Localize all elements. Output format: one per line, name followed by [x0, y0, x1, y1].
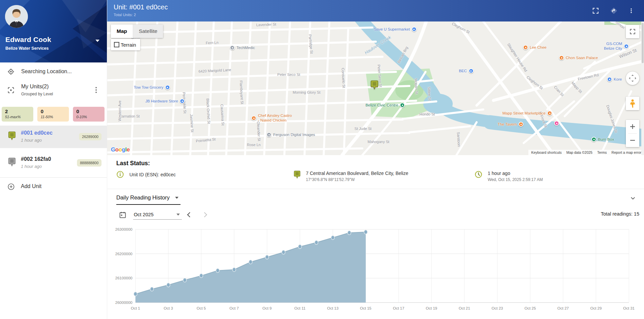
map-poi[interactable]: Mapp Street Marketplace [502, 111, 552, 116]
svg-text:Oct 1: Oct 1 [131, 306, 140, 310]
google-logo[interactable]: Google [111, 146, 130, 153]
map-street-label: Causarina St [220, 104, 225, 126]
map-poi-icon[interactable] [180, 99, 185, 104]
avatar-image [5, 5, 28, 28]
map-poi-icon[interactable] [559, 55, 564, 60]
last-status-section: Last Status: Unit ID (ESN): ed0cec 7 Cen… [107, 155, 644, 189]
status-item-esn: Unit ID (ESN): ed0cec [116, 171, 176, 180]
google-logo-letter: e [127, 146, 130, 153]
map-fullscreen-button[interactable] [626, 25, 639, 38]
map-poi[interactable]: Tow Tow Grocery [134, 85, 170, 90]
header-menu-button[interactable] [626, 5, 637, 16]
map-attribution-item[interactable]: Terms [597, 150, 607, 154]
map-street-label: Consuelo St [341, 68, 346, 88]
map-poi-icon[interactable] [607, 77, 612, 82]
add-unit-button[interactable]: Add Unit [0, 177, 107, 196]
google-logo-letter: g [122, 146, 125, 153]
map-attribution-item[interactable]: Keyboard shortcuts [531, 150, 561, 154]
app-header: Unit: #001 ed0cec Total Units: 2 [107, 0, 644, 21]
badge-range: 51-max% [5, 115, 33, 119]
search-location[interactable]: Searching Location... [0, 66, 107, 77]
units-menu-button[interactable] [92, 85, 100, 95]
profile-header[interactable]: Edward Cook Belize Water Services [0, 0, 107, 62]
map-street-label: Belcan Brg [397, 46, 409, 63]
svg-text:Oct 29: Oct 29 [590, 306, 602, 310]
map-street-label: Fern Ln [206, 40, 218, 45]
map-poi[interactable]: Belize Civic Centre [365, 103, 405, 108]
map-poi-icon[interactable] [400, 103, 405, 108]
map-street-label: Haulover Creek [364, 35, 392, 55]
map-poi-icon[interactable] [523, 45, 528, 50]
map-unit-marker[interactable] [370, 80, 378, 91]
fullscreen-button[interactable] [590, 5, 601, 16]
map-poi-icon[interactable] [230, 45, 235, 50]
map-poi-label: Tow Tow Grocery [134, 85, 163, 90]
map-street-label: Black Orchid St [206, 98, 211, 124]
collapse-section-button[interactable] [630, 195, 636, 202]
add-icon [7, 183, 15, 192]
map-poi[interactable]: Ferguson Digital Images [267, 132, 315, 137]
map-attribution-item[interactable]: Map data ©2025 [566, 150, 593, 154]
my-units-header[interactable]: My Units(2) Grouped by Level [0, 82, 107, 98]
unit-row-001[interactable]: #001 ed0cec 1 hour ago 26289000 [0, 126, 107, 148]
map-poi-icon[interactable] [519, 122, 524, 127]
map-type-map-button[interactable]: Map [111, 25, 133, 38]
avatar[interactable] [5, 5, 28, 28]
map-poi[interactable]: GS-COM Belize City [599, 42, 629, 51]
terrain-checkbox[interactable]: Terrain [111, 39, 140, 50]
map-poi[interactable]: Burn Box [591, 137, 614, 142]
map-poi-icon[interactable] [165, 85, 170, 90]
my-units-title: My Units(2) [21, 84, 53, 90]
map-scrollbar[interactable] [641, 21, 644, 155]
map-poi[interactable]: Kore [607, 77, 622, 82]
previous-month-button[interactable] [186, 211, 193, 218]
map-poi-icon[interactable] [547, 111, 552, 116]
map-poi-icon[interactable] [411, 27, 416, 32]
zoom-out-button[interactable] [626, 134, 639, 147]
map-poi[interactable]: Chef Ainsley Castro - Naked Chicken [251, 113, 292, 123]
map-canvas[interactable]: Lavender StCroton LnFern LnPartridge StH… [107, 21, 644, 155]
map-poi[interactable]: The Tavern [497, 122, 523, 127]
map-poi-icon[interactable] [251, 116, 256, 121]
map-zoom-control [626, 120, 639, 147]
svg-text:Oct 5: Oct 5 [197, 306, 206, 310]
unit-reading-badge: 888888800 [77, 159, 102, 167]
map-poi[interactable]: JB Hardware Store [145, 99, 185, 104]
google-logo-letter: G [111, 146, 115, 153]
map-poi[interactable]: BEC [459, 69, 474, 74]
unit-name[interactable]: #001 ed0cec [21, 130, 52, 136]
map-type-satellite-button[interactable]: Satellite [133, 25, 163, 38]
map-poi[interactable] [554, 121, 559, 126]
pin-icon [294, 171, 300, 182]
map-poi[interactable]: Chon Saan Palace [559, 55, 598, 60]
pegman-control[interactable] [626, 97, 639, 110]
status-item-time: 1 hour ago Wed, Oct 15, 2025 2:59:17 AM [475, 171, 543, 182]
main-panel: Unit: #001 ed0cec Total Units: 2 [107, 0, 644, 319]
map-poi-label: Burn Box [598, 137, 614, 142]
daily-reading-chart[interactable]: Oct 1Oct 3Oct 5Oct 7Oct 9Oct 11Oct 13Oct… [107, 224, 644, 319]
map-poi[interactable]: Lee Chee [523, 45, 547, 50]
map-poi-icon[interactable] [554, 121, 559, 126]
svg-text:Oct 19: Oct 19 [426, 306, 437, 310]
map-poi[interactable]: Save U Supermarket [374, 27, 417, 32]
month-select[interactable]: Oct 2025 [133, 211, 182, 220]
map-pan-control[interactable] [626, 72, 639, 85]
svg-text:26000000: 26000000 [115, 301, 132, 305]
map-poi[interactable]: TechMedic [230, 45, 255, 50]
unit-row-002[interactable]: #002 162fa0 1 hour ago 888888800 [0, 152, 107, 174]
map-poi-icon[interactable] [267, 132, 272, 137]
zoom-in-button[interactable] [626, 120, 639, 133]
next-month-button[interactable] [201, 211, 208, 218]
map-poi-icon[interactable] [591, 137, 596, 142]
profile-caret-icon[interactable] [95, 40, 99, 42]
unit-name[interactable]: #002 162fa0 [21, 156, 51, 162]
map-poi-label: TechMedic [237, 45, 255, 50]
google-logo-letter: o [115, 146, 119, 153]
map-poi-icon[interactable] [624, 44, 629, 49]
directions-button[interactable] [608, 5, 619, 16]
map-poi-icon[interactable] [469, 69, 474, 74]
calendar-icon[interactable] [119, 211, 126, 220]
reading-history-tab[interactable]: Daily Reading History [116, 194, 180, 205]
map-attribution-item[interactable]: Report a map error [611, 150, 641, 154]
map-poi-label: JB Hardware Store [145, 99, 178, 103]
